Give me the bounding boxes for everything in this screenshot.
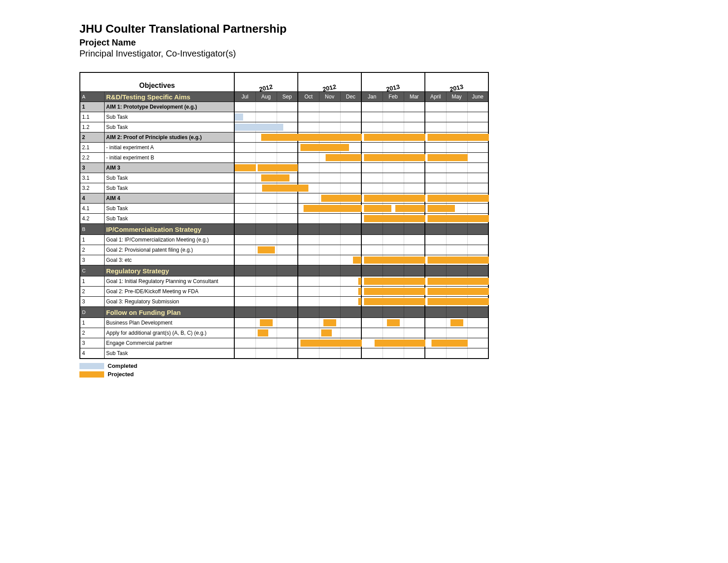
cell xyxy=(425,163,446,173)
year-0: 2012 xyxy=(234,72,298,92)
cell xyxy=(277,163,298,173)
cell xyxy=(277,348,298,359)
cell xyxy=(383,173,404,183)
cell xyxy=(319,287,340,297)
cell xyxy=(383,328,404,338)
cell xyxy=(404,173,425,183)
row-idx: 1 xyxy=(80,276,104,287)
cell xyxy=(277,193,298,204)
cell xyxy=(234,204,255,214)
section-cell xyxy=(255,265,277,276)
cell xyxy=(340,102,361,112)
row-idx: 3.2 xyxy=(80,183,104,193)
row-idx: 2 xyxy=(80,245,104,255)
cell xyxy=(277,183,298,193)
swatch-projected xyxy=(79,371,104,378)
cell xyxy=(319,112,340,122)
objectives-header: Objectives xyxy=(80,72,234,92)
row-idx: 4.1 xyxy=(80,204,104,214)
row-label: Sub Task xyxy=(104,204,234,214)
row-label: Goal 2: Provisional patent filing (e.g.) xyxy=(104,245,234,255)
cell xyxy=(298,173,319,183)
cell xyxy=(234,255,255,265)
month-Jan: Jan xyxy=(361,92,383,102)
cell xyxy=(446,153,467,163)
section-title-B: IP/Commercialization Strategy xyxy=(104,224,234,235)
cell xyxy=(234,122,255,132)
cell xyxy=(277,132,298,143)
section-cell xyxy=(277,307,298,318)
row-label: Sub Task xyxy=(104,122,234,132)
cell xyxy=(340,163,361,173)
cell xyxy=(467,235,488,245)
cell xyxy=(404,112,425,122)
cell xyxy=(340,276,361,287)
cell xyxy=(467,153,488,163)
cell xyxy=(298,276,319,287)
cell xyxy=(340,328,361,338)
row-idx: 3 xyxy=(80,297,104,307)
cell xyxy=(234,112,255,122)
row-idx: 4 xyxy=(80,193,104,204)
cell xyxy=(467,214,488,224)
cell xyxy=(319,204,340,214)
cell xyxy=(361,204,383,214)
section-cell xyxy=(340,307,361,318)
cell xyxy=(255,328,277,338)
cell xyxy=(298,348,319,359)
cell xyxy=(361,183,383,193)
cell xyxy=(446,163,467,173)
gantt-bar xyxy=(260,319,273,326)
cell xyxy=(298,163,319,173)
cell xyxy=(446,255,467,265)
cell xyxy=(340,173,361,183)
cell xyxy=(255,183,277,193)
cell xyxy=(298,122,319,132)
cell xyxy=(425,132,446,143)
cell xyxy=(340,153,361,163)
cell xyxy=(361,153,383,163)
cell xyxy=(404,287,425,297)
cell xyxy=(361,338,383,348)
cell xyxy=(361,132,383,143)
cell xyxy=(446,122,467,132)
row-label: Sub Task xyxy=(104,112,234,122)
cell xyxy=(255,214,277,224)
cell xyxy=(298,143,319,153)
cell xyxy=(383,318,404,328)
section-cell xyxy=(298,224,319,235)
cell xyxy=(298,338,319,348)
row-idx: 2 xyxy=(80,328,104,338)
cell xyxy=(234,143,255,153)
section-cell xyxy=(234,265,255,276)
cell xyxy=(319,255,340,265)
cell xyxy=(340,338,361,348)
cell xyxy=(361,122,383,132)
section-cell xyxy=(446,307,467,318)
row-idx: 3 xyxy=(80,255,104,265)
cell xyxy=(446,112,467,122)
cell xyxy=(446,287,467,297)
cell xyxy=(425,204,446,214)
cell xyxy=(446,318,467,328)
cell xyxy=(277,287,298,297)
cell xyxy=(340,348,361,359)
cell xyxy=(277,204,298,214)
cell xyxy=(340,235,361,245)
cell xyxy=(425,348,446,359)
row-label: Engage Commercial partner xyxy=(104,338,234,348)
cell xyxy=(277,112,298,122)
cell xyxy=(383,245,404,255)
cell xyxy=(319,183,340,193)
cell xyxy=(446,328,467,338)
cell xyxy=(298,214,319,224)
section-cell xyxy=(234,307,255,318)
row-label: AIM 1: Prototype Development (e.g.) xyxy=(104,102,234,112)
cell xyxy=(255,276,277,287)
section-cell xyxy=(319,265,340,276)
row-label: AIM 4 xyxy=(104,193,234,204)
section-cell xyxy=(277,265,298,276)
cell xyxy=(319,338,340,348)
section-cell xyxy=(467,265,488,276)
section-cell xyxy=(298,265,319,276)
